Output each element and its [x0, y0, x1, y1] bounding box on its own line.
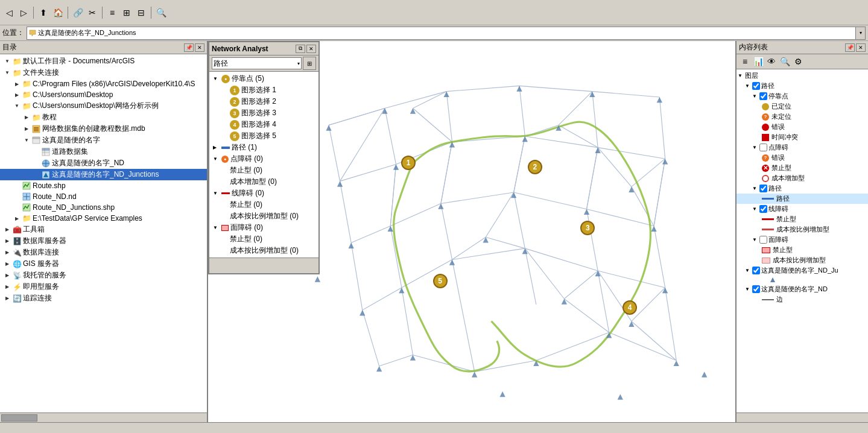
tree-item-random-name[interactable]: ▼ 这真是随便的名字: [0, 134, 207, 146]
tree-item-myservice[interactable]: ▶ 📡 我托管的服务: [0, 270, 207, 281]
catalog-tree[interactable]: ▼ 📁 默认工作目录 - Documents/ArcGIS ▼ 📁 文件夹连接 …: [0, 54, 207, 412]
forward-btn[interactable]: ▷: [17, 6, 30, 19]
tree-item-file-conn[interactable]: ▼ 📁 文件夹连接: [0, 67, 207, 78]
na-routes-header[interactable]: ▶ 路径 (1): [209, 142, 318, 153]
tree-item-nd-name[interactable]: 这真是随便的名字_ND: [0, 157, 207, 169]
na-close-btn[interactable]: ✕: [306, 45, 316, 53]
expand-nd-layer[interactable]: ▼: [745, 286, 752, 292]
legend-route-blue[interactable]: 路径: [737, 194, 868, 204]
expand-route-nd-junctions[interactable]: [12, 203, 22, 212]
legend-stops-group[interactable]: ▼ 停靠点: [737, 91, 868, 101]
expand-route-nd[interactable]: [12, 192, 22, 201]
legend-hscrollbar[interactable]: [737, 412, 868, 422]
tree-item-track[interactable]: ▶ 🔄 追踪连接: [0, 292, 207, 304]
connect-btn[interactable]: 🔗: [71, 6, 84, 19]
tree-item-road-data[interactable]: ▶ 网络数据集的创建教程数据.mdb: [0, 123, 207, 134]
poly-group-cb[interactable]: [759, 236, 767, 244]
tree-item-desktop[interactable]: ▶ 📁 C:\Users\onsum\Desktop: [0, 89, 207, 100]
expand-nd-junctions[interactable]: [31, 170, 41, 180]
legend-poly-prohibit[interactable]: 禁止型: [737, 245, 868, 255]
legend-pb-cost[interactable]: 成本增加型: [737, 173, 868, 183]
legend-poly-group[interactable]: ▼ 面障碍: [737, 235, 868, 245]
expand-program-files[interactable]: ▶: [12, 79, 22, 89]
legend-route-line-group[interactable]: ▼ 路径: [737, 183, 868, 194]
expand-route-shp[interactable]: [12, 181, 22, 191]
tree-item-route-nd[interactable]: Route_ND.nd: [0, 191, 207, 202]
na-lb-cost[interactable]: 成本按比例增加型 (0): [209, 210, 318, 222]
tree-item-nd-junctions[interactable]: 这真是随便的名字_ND_Junctions: [0, 169, 207, 180]
na-point-barriers-header[interactable]: ▼ ● 点障碍 (0): [209, 153, 318, 165]
na-stops-header[interactable]: ▼ ● 停靠点 (5): [209, 73, 318, 84]
route-group-cb[interactable]: [752, 82, 760, 90]
tree-item-road-dataset[interactable]: 道路数据集: [0, 146, 207, 157]
legend-route-group[interactable]: ▼ 路径: [737, 81, 868, 91]
expand-poly-group[interactable]: ▼: [752, 237, 759, 242]
legend-pb-group[interactable]: ▼ 点障碍: [737, 142, 868, 153]
expand-nd-name[interactable]: [31, 159, 41, 168]
na-restore-btn[interactable]: ⧉: [296, 45, 305, 53]
expand-track[interactable]: ▶: [2, 294, 12, 303]
stops-group-cb[interactable]: [759, 92, 767, 100]
expand-route-line[interactable]: ▼: [752, 186, 759, 191]
home-btn[interactable]: 🏠: [51, 6, 65, 19]
expand-desktop[interactable]: ▶: [12, 90, 22, 100]
legend-source-btn[interactable]: 📊: [752, 55, 764, 68]
legend-options-btn[interactable]: ⚙: [792, 55, 804, 68]
na-expand-lb[interactable]: ▼: [213, 191, 221, 196]
expand-myservice[interactable]: ▶: [2, 271, 12, 280]
na-expand-poly[interactable]: ▼: [213, 225, 221, 230]
na-pb-prohibit[interactable]: 禁止型 (0): [209, 165, 318, 176]
expand-route-group[interactable]: ▼: [745, 83, 752, 89]
na-tool-btn[interactable]: ⊞: [303, 57, 316, 70]
expand-layers[interactable]: ▼: [738, 73, 745, 78]
expand-nd-junctions-layer[interactable]: ▼: [745, 268, 752, 273]
hscroll-thumb[interactable]: [1, 414, 37, 422]
tree-item-instant[interactable]: ▶ ⚡ 即用型服务: [0, 281, 207, 292]
legend-lb-prohibit[interactable]: 禁止型: [737, 214, 868, 224]
expand-gisserver[interactable]: ▶: [2, 259, 12, 269]
up-btn[interactable]: ⬆: [37, 6, 50, 19]
pb-group-cb[interactable]: [759, 144, 767, 151]
legend-pb-prohibit[interactable]: ✕ 禁止型: [737, 163, 868, 173]
na-poly-cost[interactable]: 成本按比例增加型 (0): [209, 245, 318, 256]
expand-tutorial[interactable]: ▶: [22, 113, 31, 122]
search-btn[interactable]: 🔍: [154, 6, 168, 19]
expand-toolbox[interactable]: ▶: [2, 225, 12, 235]
lb-group-cb[interactable]: [759, 205, 767, 213]
thumb-btn[interactable]: ⊟: [135, 6, 148, 19]
expand-default-workspace[interactable]: ▼: [2, 57, 12, 66]
na-tree[interactable]: ▼ ● 停靠点 (5) 1 图形选择 1 2 图形选择 2: [209, 72, 318, 258]
expand-lb-group[interactable]: ▼: [752, 206, 759, 212]
expand-road-dataset[interactable]: [31, 147, 41, 157]
legend-tree[interactable]: ▼ 图层 ▼ 路径 ▼ 停靠点 已定位: [737, 69, 868, 412]
tree-item-gisserver[interactable]: ▶ 🌐 GIS 服务器: [0, 258, 207, 270]
legend-nd-edge[interactable]: 边: [737, 294, 868, 305]
back-btn[interactable]: ◁: [2, 6, 16, 19]
legend-list-btn[interactable]: ≡: [739, 55, 751, 68]
legend-nd-junctions-tri[interactable]: [737, 276, 868, 284]
na-poly-barriers-header[interactable]: ▼ 面障碍 (0): [209, 222, 318, 233]
na-poly-prohibit[interactable]: 禁止型 (0): [209, 233, 318, 245]
disconnect-btn[interactable]: ✂: [86, 6, 99, 19]
na-dropdown[interactable]: 路径 ▾: [212, 57, 302, 69]
legend-pin-btn[interactable]: 📌: [845, 43, 855, 52]
location-dropdown-btn[interactable]: ▾: [855, 27, 865, 39]
na-stop3[interactable]: 3 图形选择 3: [209, 107, 318, 119]
legend-layers-root[interactable]: ▼ 图层: [737, 71, 868, 81]
na-pb-cost[interactable]: 成本增加型 (0): [209, 176, 318, 188]
na-line-barriers-header[interactable]: ▼ 线障碍 (0): [209, 188, 318, 199]
tree-item-network-analysis[interactable]: ▼ 📁 C:\Users\onsum\Desktop\网络分析示例: [0, 100, 207, 112]
legend-nd-layer[interactable]: ▼ 这真是随便的名字_ND: [737, 284, 868, 294]
nd-layer-cb[interactable]: [752, 285, 760, 293]
expand-file-conn[interactable]: ▼: [2, 68, 12, 78]
tree-item-testdata[interactable]: ▶ 📁 E:\TestData\GP Service Examples: [0, 213, 207, 224]
location-input[interactable]: 这真是随便的名字_ND_Junctions: [38, 28, 855, 37]
legend-time-conflict[interactable]: 时间冲突: [737, 132, 868, 142]
tree-item-default-workspace[interactable]: ▼ 📁 默认工作目录 - Documents/ArcGIS: [0, 55, 207, 67]
na-stop2[interactable]: 2 图形选择 2: [209, 96, 318, 107]
legend-unlocated[interactable]: ? 未定位: [737, 112, 868, 122]
nd-junctions-layer-cb[interactable]: [752, 267, 760, 274]
tree-item-dbconn[interactable]: ▶ 🔌 数据库连接: [0, 247, 207, 258]
expand-pb-group[interactable]: ▼: [752, 145, 759, 150]
legend-nd-junctions-layer[interactable]: ▼ 这真是随便的名字_ND_Ju: [737, 265, 868, 276]
